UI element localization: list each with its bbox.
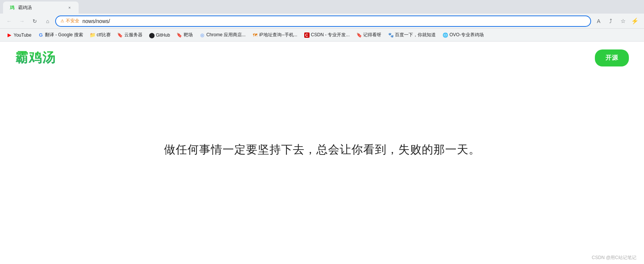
ovo-favicon: 🌐 [443, 32, 448, 38]
bookmark-target[interactable]: 🔖 靶场 [174, 30, 196, 40]
star-icon: ☆ [621, 18, 625, 25]
edge-menu-button[interactable]: ⚡ [630, 16, 640, 26]
footer: CSDN @用C站记笔记 [592, 255, 636, 261]
csdn-favicon: C [304, 32, 310, 38]
footer-text: CSDN @用C站记笔记 [592, 255, 636, 260]
browser-chrome: 鸡 霸鸡汤 × ← → ↻ ⌂ ⚠ 不安全 A ⤴ ☆ [0, 0, 644, 42]
bookmark-star-button[interactable]: ☆ [618, 16, 628, 26]
bookmarks-bar: ▶ YouTube G 翻译 - Google 搜索 📁 ctf比赛 🔖 云服务… [0, 29, 644, 42]
address-bar[interactable]: ⚠ 不安全 [55, 15, 591, 27]
security-label: 不安全 [66, 18, 79, 24]
tab-close-button[interactable]: × [67, 5, 73, 11]
reload-button[interactable]: ↻ [29, 16, 40, 26]
youtube-favicon: ▶ [7, 32, 12, 38]
main-content-area: 做任何事情一定要坚持下去，总会让你看到，失败的那一天。 [0, 74, 644, 225]
bookmark-csdn-label: CSDN - 专业开发... [311, 32, 350, 38]
bookmark-ip-label: iP地址查询--手机... [259, 32, 297, 38]
logo-text: 霸鸡汤 [15, 50, 56, 65]
bookmark-target-label: 靶场 [184, 32, 193, 38]
toolbar-right-icons: A ⤴ ☆ ⚡ [593, 16, 640, 26]
bookmark-remember[interactable]: 🔖 记得看呀 [353, 30, 384, 40]
site-header: 霸鸡汤 开源 [0, 42, 644, 74]
bookmark-youtube[interactable]: ▶ YouTube [4, 31, 34, 39]
open-source-button[interactable]: 开源 [595, 49, 629, 66]
bookmark-ctf[interactable]: 📁 ctf比赛 [87, 30, 114, 40]
share-icon: ⤴ [609, 18, 612, 24]
bookmark-ip-lookup[interactable]: 🗺 iP地址查询--手机... [249, 30, 300, 40]
tab-favicon: 鸡 [9, 5, 15, 11]
translate-icon: A [597, 18, 600, 24]
map-favicon: 🗺 [252, 32, 258, 38]
forward-button[interactable]: → [17, 16, 27, 26]
bookmark-ovo-label: OVO-专业养鸡场 [449, 32, 484, 38]
url-input[interactable] [82, 18, 586, 24]
bookmark-remember-label: 记得看呀 [363, 32, 381, 38]
warning-icon: ⚠ [60, 19, 64, 23]
security-indicator: ⚠ 不安全 [60, 18, 79, 24]
bookmark-chrome-store[interactable]: ◎ Chrome 应用商店... [197, 30, 249, 40]
bookmark-ctf-label: ctf比赛 [97, 32, 111, 38]
bookmark-youtube-label: YouTube [14, 32, 31, 38]
folder-icon: 📁 [90, 32, 95, 38]
tab-title: 霸鸡汤 [18, 5, 32, 11]
baidu-favicon: 🐾 [388, 32, 393, 38]
bookmark-github[interactable]: ⬤ GitHub [146, 31, 173, 39]
target-favicon: 🔖 [177, 32, 182, 38]
bookmark-github-label: GitHub [156, 32, 170, 38]
chrome-favicon: ◎ [200, 32, 205, 38]
bookmark-ovo[interactable]: 🌐 OVO-专业养鸡场 [440, 30, 487, 40]
bookmark-baidu-label: 百度一下，你就知道 [395, 32, 436, 38]
home-button[interactable]: ⌂ [42, 16, 53, 26]
active-tab[interactable]: 鸡 霸鸡汤 × [3, 2, 79, 14]
bookmark-csdn[interactable]: C CSDN - 专业开发... [301, 30, 353, 40]
translate-button[interactable]: A [593, 16, 604, 26]
google-favicon: G [38, 32, 43, 38]
quote-text: 做任何事情一定要坚持下去，总会让你看到，失败的那一天。 [164, 140, 480, 159]
share-button[interactable]: ⤴ [605, 16, 616, 26]
remember-favicon: 🔖 [356, 32, 362, 38]
page-content: 霸鸡汤 开源 做任何事情一定要坚持下去，总会让你看到，失败的那一天。 CSDN … [0, 42, 644, 264]
back-button[interactable]: ← [4, 16, 14, 26]
address-bar-row: ← → ↻ ⌂ ⚠ 不安全 A ⤴ ☆ ⚡ [0, 14, 644, 29]
bookmark-cloud-label: 云服务器 [124, 32, 142, 38]
tab-bar: 鸡 霸鸡汤 × [0, 0, 644, 14]
bookmark-cloud[interactable]: 🔖 云服务器 [115, 30, 146, 40]
bookmark-chrome-store-label: Chrome 应用商店... [206, 32, 246, 38]
edge-icon: ⚡ [631, 17, 639, 25]
bookmark-google-translate[interactable]: G 翻译 - Google 搜索 [35, 30, 86, 40]
bookmark-baidu[interactable]: 🐾 百度一下，你就知道 [385, 30, 439, 40]
site-logo: 霸鸡汤 [15, 49, 56, 66]
bookmark-translate-label: 翻译 - Google 搜索 [45, 32, 83, 38]
github-favicon: ⬤ [149, 32, 155, 38]
cloud-favicon: 🔖 [118, 32, 123, 38]
